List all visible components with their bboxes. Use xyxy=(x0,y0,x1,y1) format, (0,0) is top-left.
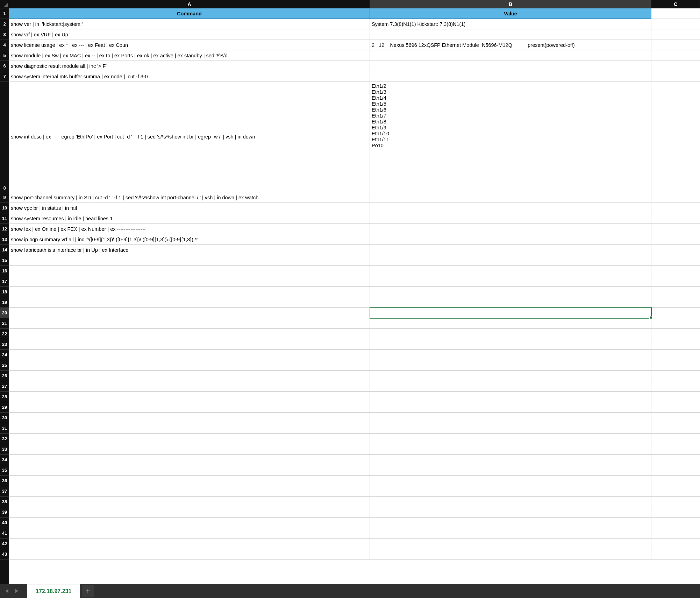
cell[interactable] xyxy=(9,539,370,549)
row-header[interactable]: 38 xyxy=(0,497,9,507)
cell[interactable] xyxy=(651,518,700,528)
cell[interactable] xyxy=(651,287,700,297)
tab-nav-next-icon[interactable] xyxy=(13,588,20,594)
cell[interactable] xyxy=(651,413,700,423)
cell[interactable] xyxy=(370,203,651,213)
tab-nav-prev-icon[interactable] xyxy=(4,588,10,594)
cell[interactable] xyxy=(651,50,700,61)
cell[interactable] xyxy=(651,192,700,203)
cell[interactable] xyxy=(370,192,651,203)
cell[interactable] xyxy=(370,434,651,444)
row-header[interactable]: 21 xyxy=(0,318,9,329)
row-header[interactable]: 3 xyxy=(0,29,9,40)
row-header[interactable]: 40 xyxy=(0,518,9,528)
row-header[interactable]: 13 xyxy=(0,234,9,245)
cell[interactable] xyxy=(651,507,700,518)
cell[interactable] xyxy=(651,423,700,434)
cell[interactable]: show port-channel summary | in SD | cut … xyxy=(9,192,370,203)
cell[interactable] xyxy=(370,297,651,308)
cell[interactable] xyxy=(9,287,370,297)
cell[interactable] xyxy=(651,61,700,71)
col-header-c[interactable]: C xyxy=(651,0,700,8)
cell[interactable]: System 7.3(8)N1(1) Kickstart: 7.3(8)N1(1… xyxy=(370,19,651,29)
add-sheet-button[interactable]: + xyxy=(82,585,94,597)
cells-area[interactable]: CommandValueshow ver | in 'kickstart:|sy… xyxy=(9,8,700,584)
row-header[interactable]: 33 xyxy=(0,444,9,455)
cell[interactable] xyxy=(651,455,700,465)
cell[interactable]: show system resources | in idle | head l… xyxy=(9,213,370,224)
cell[interactable] xyxy=(9,402,370,413)
cell[interactable] xyxy=(9,350,370,360)
cell[interactable] xyxy=(9,276,370,287)
cell[interactable] xyxy=(9,329,370,339)
row-header[interactable]: 19 xyxy=(0,297,9,308)
cell[interactable] xyxy=(651,224,700,234)
row-header[interactable]: 16 xyxy=(0,266,9,276)
cell[interactable] xyxy=(651,234,700,245)
cell[interactable] xyxy=(651,297,700,308)
select-all-corner[interactable] xyxy=(0,0,9,8)
row-header[interactable]: 10 xyxy=(0,203,9,213)
cell[interactable] xyxy=(9,507,370,518)
row-header[interactable]: 18 xyxy=(0,287,9,297)
cell[interactable] xyxy=(651,402,700,413)
cell[interactable] xyxy=(9,549,370,560)
row-header[interactable]: 43 xyxy=(0,549,9,560)
cell[interactable] xyxy=(370,213,651,224)
cell[interactable] xyxy=(651,40,700,50)
row-header[interactable]: 23 xyxy=(0,339,9,350)
cell[interactable]: show fex | ex Online | ex FEX | ex Numbe… xyxy=(9,224,370,234)
row-header[interactable]: 8 xyxy=(0,82,9,192)
cell[interactable] xyxy=(9,308,370,318)
cell[interactable]: show vpc br | in status | in fail xyxy=(9,203,370,213)
cell[interactable] xyxy=(651,329,700,339)
cell[interactable] xyxy=(370,486,651,497)
cell[interactable] xyxy=(651,497,700,507)
row-header[interactable]: 26 xyxy=(0,371,9,381)
cell[interactable] xyxy=(370,71,651,82)
cell[interactable] xyxy=(651,528,700,539)
cell[interactable] xyxy=(9,486,370,497)
row-header[interactable]: 5 xyxy=(0,50,9,61)
row-header[interactable]: 35 xyxy=(0,465,9,476)
cell[interactable] xyxy=(370,476,651,486)
row-header[interactable]: 34 xyxy=(0,455,9,465)
cell[interactable] xyxy=(651,318,700,329)
row-header[interactable]: 1 xyxy=(0,8,9,19)
cell[interactable] xyxy=(651,539,700,549)
row-header[interactable]: 42 xyxy=(0,539,9,549)
cell[interactable] xyxy=(9,434,370,444)
cell[interactable] xyxy=(651,465,700,476)
cell[interactable] xyxy=(651,476,700,486)
cell[interactable] xyxy=(9,392,370,402)
cell[interactable] xyxy=(370,350,651,360)
cell[interactable] xyxy=(651,276,700,287)
cell[interactable] xyxy=(651,8,700,19)
cell[interactable] xyxy=(9,465,370,476)
cell[interactable] xyxy=(370,329,651,339)
cell[interactable] xyxy=(9,476,370,486)
cell[interactable] xyxy=(9,371,370,381)
header-cell-command[interactable]: Command xyxy=(9,8,370,19)
cell[interactable] xyxy=(651,381,700,392)
row-header[interactable]: 20 xyxy=(0,308,9,318)
row-header[interactable]: 30 xyxy=(0,413,9,423)
cell[interactable]: show system internal mts buffer summa | … xyxy=(9,71,370,82)
cell[interactable]: show vrf | ex VRF | ex Up xyxy=(9,29,370,40)
cell[interactable] xyxy=(370,402,651,413)
row-header[interactable]: 37 xyxy=(0,486,9,497)
cell[interactable] xyxy=(370,539,651,549)
col-header-b[interactable]: B xyxy=(370,0,651,8)
cell[interactable] xyxy=(9,497,370,507)
row-header[interactable]: 7 xyxy=(0,71,9,82)
cell[interactable]: show module | ex Sw | ex MAC | ex -- | e… xyxy=(9,50,370,61)
cell[interactable] xyxy=(651,213,700,224)
cell[interactable] xyxy=(9,413,370,423)
cell[interactable] xyxy=(9,266,370,276)
header-cell-value[interactable]: Value xyxy=(370,8,651,19)
cell[interactable] xyxy=(651,444,700,455)
cell[interactable] xyxy=(9,455,370,465)
cell[interactable] xyxy=(651,486,700,497)
cell[interactable]: show license usage | ex * | ex --- | ex … xyxy=(9,40,370,50)
cell[interactable] xyxy=(9,528,370,539)
